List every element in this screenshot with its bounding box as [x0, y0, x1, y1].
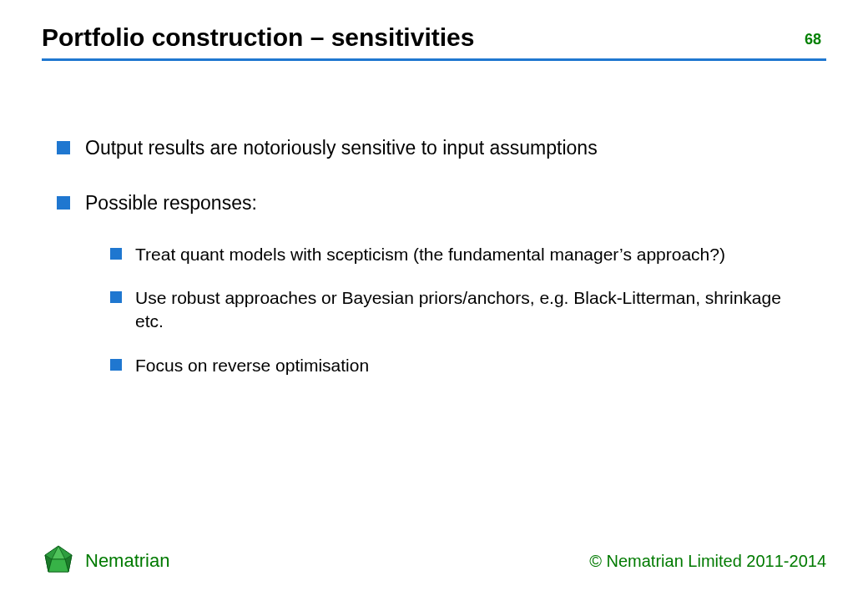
slide-title: Portfolio construction – sensitivities	[42, 23, 474, 52]
list-item: Treat quant models with scepticism (the …	[110, 243, 811, 266]
brand-name: Nematrian	[85, 550, 169, 572]
bullet-text: Use robust approaches or Bayesian priors…	[135, 288, 781, 331]
bullet-text: Treat quant models with scepticism (the …	[135, 245, 725, 264]
list-item: Output results are notoriously sensitive…	[57, 136, 811, 161]
list-item: Use robust approaches or Bayesian priors…	[110, 286, 811, 334]
page-number: 68	[805, 31, 826, 52]
bullet-text: Focus on reverse optimisation	[135, 356, 369, 375]
svg-marker-4	[48, 559, 68, 572]
brand: Nematrian	[42, 544, 169, 578]
footer: Nematrian © Nematrian Limited 2011-2014	[0, 544, 868, 601]
sub-bullet-list: Treat quant models with scepticism (the …	[85, 243, 811, 377]
content: Output results are notoriously sensitive…	[0, 61, 868, 544]
bullet-text: Possible responses:	[85, 192, 257, 214]
bullet-list: Output results are notoriously sensitive…	[57, 136, 811, 377]
brand-logo-icon	[42, 544, 75, 578]
copyright-text: © Nematrian Limited 2011-2014	[589, 552, 826, 571]
list-item: Focus on reverse optimisation	[110, 354, 811, 377]
list-item: Possible responses: Treat quant models w…	[57, 191, 811, 377]
bullet-text: Output results are notoriously sensitive…	[85, 137, 598, 159]
header: Portfolio construction – sensitivities 6…	[0, 0, 868, 52]
slide: Portfolio construction – sensitivities 6…	[0, 0, 868, 601]
